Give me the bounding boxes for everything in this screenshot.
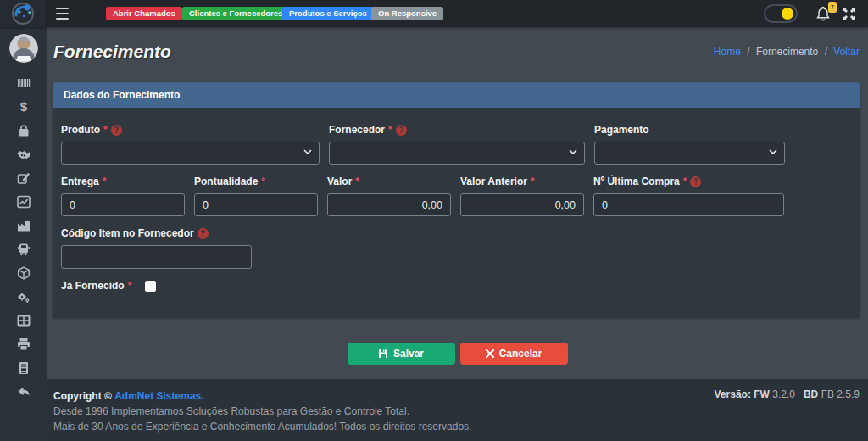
required-marker: *: [388, 124, 392, 136]
required-marker: *: [103, 124, 108, 136]
version-info: Versão: FW 3.2.0 BD FB 2.5.9: [715, 388, 860, 441]
barcode-icon[interactable]: [17, 76, 31, 90]
logo-icon: [11, 2, 35, 25]
valor-anterior-label: Valor Anterior: [460, 176, 527, 187]
theme-toggle[interactable]: [764, 4, 798, 23]
print-icon[interactable]: [17, 338, 31, 351]
user-avatar[interactable]: [9, 34, 38, 63]
sidebar-menu: $: [0, 76, 47, 399]
panel-title: Dados do Fornecimento: [53, 82, 860, 108]
codigo-item-input[interactable]: [61, 245, 252, 269]
nav-button-abrir-chamados[interactable]: Abrir Chamados: [106, 7, 182, 20]
dollar-sign-icon[interactable]: $: [17, 100, 31, 114]
notification-count-badge: 7: [828, 2, 837, 13]
codigo-item-label: Código Item no Fornecedor: [61, 227, 194, 239]
footer: Copyright © AdmNet Sistemas. Desde 1996 …: [47, 379, 868, 441]
pontualidade-label: Pontualidade: [194, 176, 258, 187]
chart-line-icon[interactable]: [17, 195, 31, 209]
produto-label: Produto: [61, 124, 100, 136]
pagamento-label: Pagamento: [594, 124, 649, 136]
svg-text:$: $: [19, 100, 27, 114]
handshake-icon[interactable]: [17, 148, 31, 161]
fornecedor-select[interactable]: [329, 142, 585, 165]
nav-button-produtos-servicos[interactable]: Produtos e Serviços: [282, 7, 374, 20]
left-sidebar: $: [0, 27, 47, 441]
valor-anterior-input[interactable]: [460, 193, 584, 216]
valor-input[interactable]: [327, 193, 451, 216]
breadcrumb-current: Fornecimento: [756, 46, 818, 58]
required-marker: *: [683, 176, 687, 187]
required-marker: *: [261, 176, 265, 187]
industry-icon[interactable]: [17, 219, 31, 232]
breadcrumb-separator: /: [747, 46, 749, 58]
valor-label: Valor: [327, 176, 352, 187]
breadcrumb: Home / Fornecimento / Voltar: [714, 46, 860, 58]
required-marker: *: [355, 176, 359, 187]
page-header: Fornecimento Home / Fornecimento / Volta…: [47, 27, 868, 76]
field-ja-fornecido: Já Fornecido *: [61, 280, 851, 292]
help-icon[interactable]: ?: [690, 176, 701, 187]
save-button-label: Salvar: [393, 348, 424, 360]
field-codigo-item: Código Item no Fornecedor ?: [61, 227, 252, 269]
dados-fornecimento-panel: Dados do Fornecimento Produto * ?: [53, 82, 860, 318]
notifications-bell-icon[interactable]: 7: [816, 6, 830, 21]
fullscreen-expand-icon[interactable]: [843, 8, 855, 20]
nav-button-clientes-fornecedores[interactable]: Clientes e Fornecedores: [182, 7, 289, 20]
box-icon[interactable]: [17, 266, 31, 280]
field-pontualidade: Pontualidade *: [194, 176, 318, 216]
admnet-link[interactable]: AdmNet Sistemas.: [114, 390, 203, 402]
footer-line2: Desde 1996 Implementamos Soluções Robust…: [53, 404, 471, 419]
help-icon[interactable]: ?: [198, 228, 209, 239]
reply-icon[interactable]: [17, 385, 31, 399]
form-actions: Salvar Cancelar: [47, 343, 868, 365]
bus-icon[interactable]: [17, 243, 31, 256]
field-pagamento: Pagamento: [594, 124, 785, 165]
panel-body: Produto * ? Fornecedor * ?: [53, 108, 860, 318]
cogs-icon[interactable]: [17, 290, 31, 304]
field-valor: Valor *: [327, 176, 451, 216]
field-entrega: Entrega *: [61, 176, 185, 216]
field-produto: Produto * ?: [61, 124, 320, 165]
n-ultima-compra-label: Nº Última Compra: [593, 176, 680, 187]
field-n-ultima-compra: Nº Última Compra * ?: [593, 176, 784, 216]
breadcrumb-separator: /: [825, 46, 827, 58]
n-ultima-compra-input[interactable]: [593, 193, 784, 216]
required-marker: *: [103, 176, 107, 187]
required-marker: *: [128, 280, 132, 292]
footer-line3: Mais de 30 Anos de Experiência e Conheci…: [53, 419, 471, 434]
ja-fornecido-checkbox[interactable]: [145, 281, 156, 292]
produto-select[interactable]: [61, 142, 320, 165]
file-invoice-icon[interactable]: [17, 361, 31, 375]
sun-icon: [782, 8, 793, 20]
field-fornecedor: Fornecedor * ?: [329, 124, 585, 165]
nav-button-on-responsive[interactable]: On Responsive: [371, 7, 443, 20]
cancel-button[interactable]: Cancelar: [460, 343, 568, 365]
breadcrumb-voltar-link[interactable]: Voltar: [833, 46, 860, 58]
shopping-bag-icon[interactable]: [17, 124, 31, 137]
required-marker: *: [531, 176, 535, 187]
main-content: Fornecimento Home / Fornecimento / Volta…: [47, 27, 868, 441]
save-button[interactable]: Salvar: [348, 343, 455, 365]
pagamento-select[interactable]: [594, 142, 785, 165]
breadcrumb-home-link[interactable]: Home: [714, 46, 741, 58]
cancel-button-label: Cancelar: [499, 348, 542, 360]
table-icon[interactable]: [17, 314, 31, 327]
menu-toggle-icon[interactable]: [56, 8, 69, 20]
top-navbar: Abrir Chamados Clientes e Fornecedores P…: [0, 0, 868, 27]
pontualidade-input[interactable]: [194, 193, 318, 216]
help-icon[interactable]: ?: [111, 125, 122, 136]
entrega-input[interactable]: [61, 193, 185, 216]
page-title: Fornecimento: [53, 42, 171, 62]
app-logo[interactable]: [0, 0, 47, 27]
help-icon[interactable]: ?: [396, 125, 407, 136]
entrega-label: Entrega: [61, 176, 99, 187]
ja-fornecido-label: Já Fornecido: [61, 280, 125, 292]
fornecedor-label: Fornecedor: [329, 124, 385, 136]
save-disk-icon: [378, 349, 388, 359]
copyright-text: Copyright ©: [53, 390, 112, 402]
field-valor-anterior: Valor Anterior *: [460, 176, 584, 216]
edit-icon[interactable]: [17, 171, 31, 185]
close-x-icon: [486, 349, 494, 358]
